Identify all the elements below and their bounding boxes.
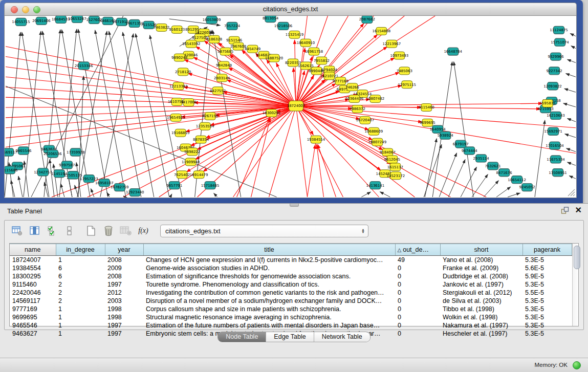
table-cell[interactable]: 2 [56, 280, 105, 289]
graph-node[interactable]: 11325419 [286, 31, 304, 38]
table-cell[interactable]: Corpus callosum shape and size in male p… [143, 305, 395, 313]
table-cell[interactable]: 0 [395, 297, 440, 305]
table-cell[interactable]: 0 [395, 321, 440, 330]
table-cell[interactable]: Franke et al. (2009) [440, 264, 522, 272]
table-cell[interactable]: 1997 [105, 321, 143, 330]
table-vertical-scrollbar[interactable] [572, 244, 579, 326]
graph-node[interactable]: 9245052 [519, 184, 535, 191]
tab-network-table[interactable]: Network Table [314, 332, 370, 342]
table-cell[interactable]: Jankovic et al. (1997) [440, 280, 522, 289]
table-cell[interactable]: 5.9E-5 [522, 272, 572, 280]
graph-node[interactable]: 10653287 [68, 16, 86, 23]
graph-node[interactable]: 7632621 [485, 162, 501, 170]
column-header-title[interactable]: title [143, 244, 395, 256]
graph-node[interactable]: 12353554 [196, 122, 214, 130]
graph-node[interactable]: 12342757 [34, 168, 52, 176]
graph-node[interactable]: 9227342 [546, 67, 562, 75]
graph-node[interactable]: 12213967 [383, 40, 401, 48]
graph-node[interactable]: 7485063 [397, 67, 412, 75]
graph-node[interactable]: 8454749 [245, 45, 260, 53]
table-cell[interactable]: 1998 [105, 305, 143, 313]
table-cell[interactable]: 5.3E-5 [522, 280, 572, 289]
graph-node[interactable]: 7357224 [224, 22, 241, 30]
table-cell[interactable]: 2008 [105, 272, 143, 280]
graph-node[interactable]: 18640910 [297, 39, 315, 47]
graph-node[interactable]: 9842848 [216, 61, 232, 69]
graph-node[interactable]: 8471676 [496, 169, 512, 177]
graph-node[interactable]: 746266 [345, 83, 359, 91]
column-header-name[interactable]: name [10, 244, 56, 256]
selection-mode-icon[interactable] [45, 224, 60, 238]
graph-node[interactable]: 10688609 [365, 127, 383, 135]
table-cell[interactable]: Tourette syndrome. Phenomenology and cla… [143, 280, 395, 289]
graph-node[interactable]: 19654925 [167, 114, 185, 121]
table-cell[interactable]: Genome-wide association studies in ADHD. [143, 264, 395, 272]
graph-node[interactable]: 8813054 [263, 16, 279, 22]
network-canvas-svg[interactable]: 1872400714055715206914061868453310653287… [5, 16, 576, 198]
graph-node[interactable]: 2935114 [473, 155, 490, 162]
table-row[interactable]: 1456911722003Disruption of a novel membe… [10, 297, 572, 305]
table-cell[interactable]: 5.3E-5 [522, 313, 572, 321]
graph-node[interactable]: 16053809 [203, 16, 221, 24]
table-cell[interactable]: 0 [395, 313, 440, 321]
graph-node[interactable]: 9857791 [166, 182, 182, 189]
graph-node[interactable]: 9699695 [420, 119, 435, 126]
graph-node[interactable]: 16648784 [444, 48, 462, 55]
table-row[interactable]: 969969511998Structural magnetic resonanc… [10, 313, 572, 321]
table-cell[interactable]: Investigating the contribution of common… [143, 289, 395, 297]
graph-node[interactable]: 11675334 [547, 156, 565, 163]
table-cell[interactable]: 2012 [105, 289, 143, 297]
table-cell[interactable]: 1998 [105, 313, 143, 321]
column-header-out-degree[interactable]: △out_de… [395, 244, 440, 256]
table-cell[interactable]: 2009 [105, 264, 143, 272]
table-cell[interactable]: 0 [395, 272, 440, 280]
row-height-icon[interactable] [62, 224, 77, 238]
table-row[interactable]: 1938455462009Genome-wide association stu… [10, 264, 572, 272]
graph-node[interactable]: 8878354 [193, 136, 209, 143]
table-cell[interactable]: 49 [395, 256, 440, 265]
table-cell[interactable]: Wolkin et al. (1998) [440, 313, 522, 321]
table-cell[interactable]: 2003 [105, 297, 143, 305]
tab-edge-table[interactable]: Edge Table [266, 332, 313, 342]
table-cell[interactable]: 5.3E-5 [522, 321, 572, 330]
graph-node[interactable]: 9160123 [169, 26, 185, 33]
graph-node[interactable]: 16914479 [190, 171, 208, 179]
graph-node[interactable]: 20691406 [32, 17, 51, 25]
table-cell[interactable]: 1 [56, 256, 105, 265]
table-cell[interactable]: 5.3E-5 [522, 297, 572, 305]
graph-node[interactable]: 14055715 [12, 18, 30, 26]
table-selector-dropdown[interactable]: citations_edges.txt ▲▼ [160, 225, 368, 237]
column-visibility-icon[interactable] [27, 224, 42, 238]
scrollbar-thumb[interactable] [574, 246, 580, 269]
graph-node[interactable]: 12923440 [126, 189, 144, 196]
graph-node[interactable]: 2087682 [359, 16, 375, 23]
table-row[interactable]: 911546021997Tourette syndrome. Phenomeno… [10, 280, 572, 289]
graph-node[interactable]: 8612045 [384, 156, 400, 163]
table-cell[interactable]: 5.3E-5 [522, 256, 572, 265]
graph-node[interactable]: 16961758 [305, 48, 323, 55]
table-cell[interactable]: 9115460 [10, 280, 56, 289]
graph-node[interactable]: 7625402 [174, 171, 190, 179]
graph-node[interactable]: 2803144 [214, 74, 230, 82]
table-cell[interactable]: Dudbridge et al. (2008) [440, 272, 522, 280]
graph-node[interactable]: 20153346 [75, 62, 93, 70]
table-row[interactable]: 946554611997Estimation of the future num… [10, 321, 572, 330]
table-cell[interactable]: Stergiakouli et al. (2012) [440, 289, 522, 297]
graph-node[interactable]: 9329966 [548, 53, 563, 60]
table-cell[interactable]: 1 [56, 305, 105, 313]
table-cell[interactable]: 5.5E-5 [522, 289, 572, 297]
table-cell[interactable]: Yano et al. (2008) [440, 256, 522, 265]
table-mode-icon[interactable] [10, 224, 25, 238]
graph-node[interactable]: 16154808 [373, 27, 391, 35]
graph-node[interactable]: 7955812 [314, 57, 330, 64]
column-header-short[interactable]: short [440, 244, 522, 256]
network-window-titlebar[interactable]: citations_edges.txt [4, 3, 577, 16]
table-row[interactable]: 1830029562008Estimation of significance … [10, 272, 572, 280]
table-cell[interactable]: Estimation of significance thresholds fo… [143, 272, 395, 280]
table-row[interactable]: 2242004622012Investigating the contribut… [10, 289, 572, 297]
graph-node[interactable]: 15751074 [551, 38, 569, 46]
graph-node[interactable]: 12975115 [398, 81, 417, 89]
table-cell[interactable]: Estimation of the future numbers of pati… [143, 321, 395, 330]
graph-node[interactable]: 9777169 [333, 77, 349, 85]
table-cell[interactable]: Structural magnetic resonance image aver… [143, 313, 395, 321]
